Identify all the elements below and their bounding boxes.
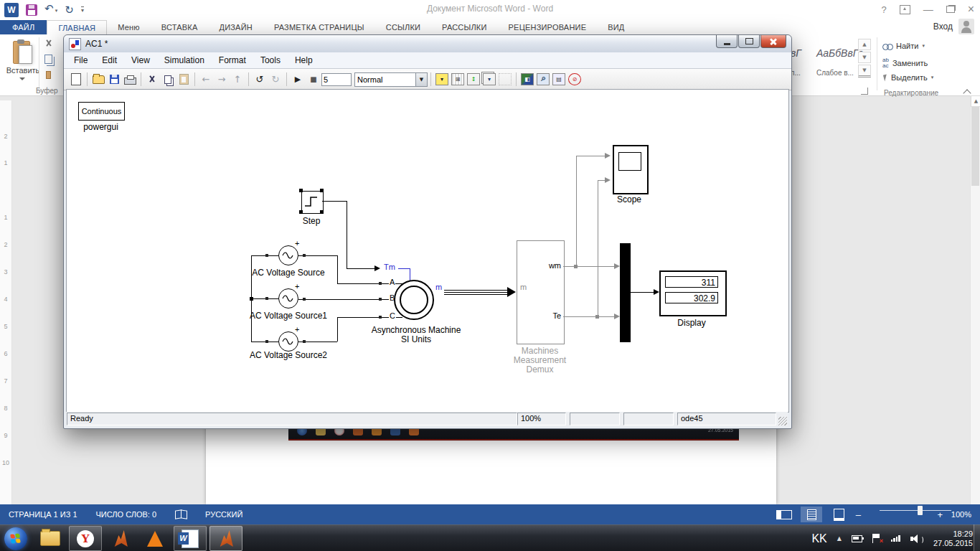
simulink-canvas[interactable]: Continuous powergui Step xyxy=(66,89,789,413)
sign-in[interactable]: Вход xyxy=(933,19,974,34)
action-center-flag-icon[interactable]: × xyxy=(872,534,881,543)
volume-icon[interactable] xyxy=(910,534,923,544)
help-icon[interactable]: ? xyxy=(881,4,886,15)
tab-menu[interactable]: Меню xyxy=(107,20,151,34)
simulink-close-button[interactable] xyxy=(760,35,786,48)
simulation-stop-time-input[interactable] xyxy=(321,73,352,86)
wire[interactable] xyxy=(347,268,374,269)
wire[interactable] xyxy=(576,156,605,156)
wire[interactable] xyxy=(251,298,278,299)
scope-block[interactable] xyxy=(613,145,649,194)
show-desktop-button[interactable] xyxy=(974,524,980,551)
selection-handle[interactable] xyxy=(299,210,303,214)
taskbar-matlab-button[interactable] xyxy=(105,527,136,550)
zoom-in-icon[interactable]: + xyxy=(937,509,943,520)
tab-references[interactable]: ССЫЛКИ xyxy=(375,20,431,34)
simulink-window[interactable]: AC1 * File Edit View Simulation Format T… xyxy=(63,34,792,429)
display-block[interactable]: 311 302.9 xyxy=(659,270,727,316)
save-icon[interactable] xyxy=(107,72,121,87)
scope-label[interactable]: Scope xyxy=(604,194,654,204)
wire[interactable] xyxy=(337,317,379,318)
print-layout-icon[interactable] xyxy=(801,507,822,522)
menu-format[interactable]: Format xyxy=(212,54,253,67)
machines-measurement-demux-block[interactable] xyxy=(517,240,565,344)
style-caption-subtle[interactable]: Слабое в... xyxy=(816,69,854,77)
word-app-icon[interactable]: W xyxy=(4,3,19,17)
menu-file[interactable]: File xyxy=(67,54,95,67)
disable-links-icon[interactable]: ⊘ xyxy=(567,72,582,87)
go-up-icon[interactable]: ↑ xyxy=(230,72,245,87)
powergui-label[interactable]: powergui xyxy=(67,122,135,132)
machine-label-line2[interactable]: SI Units xyxy=(352,334,481,344)
simulation-mode-select[interactable]: Normal ▼ xyxy=(354,72,428,87)
layers-icon[interactable]: ▾ xyxy=(482,72,496,87)
close-icon[interactable]: × xyxy=(968,3,974,16)
copy-icon[interactable] xyxy=(44,55,52,64)
wire[interactable] xyxy=(598,180,605,181)
scroll-up-icon[interactable]: ▲ xyxy=(971,95,980,107)
zoom-slider-thumb[interactable] xyxy=(918,506,923,515)
minimize-icon[interactable]: — xyxy=(923,4,933,15)
word-scrollbar[interactable]: ▲ xyxy=(970,95,980,504)
stop-simulation-icon[interactable]: ■ xyxy=(306,72,321,87)
debug-icon[interactable]: ◧ xyxy=(520,72,534,87)
simulink-maximize-button[interactable] xyxy=(738,35,760,48)
paste-dropdown-icon[interactable] xyxy=(19,77,25,80)
demux-label-line3[interactable]: Demux xyxy=(506,364,574,375)
start-simulation-icon[interactable]: ▶ xyxy=(291,72,305,87)
port[interactable] xyxy=(265,254,268,257)
restore-icon[interactable] xyxy=(946,6,955,13)
status-page-count[interactable]: СТРАНИЦА 1 ИЗ 1 xyxy=(9,510,77,519)
styles-gallery-up-icon[interactable]: ▲ xyxy=(858,39,871,50)
cut-icon[interactable] xyxy=(145,72,159,87)
wire[interactable] xyxy=(576,156,577,267)
web-layout-icon[interactable] xyxy=(828,507,849,522)
clock[interactable]: 18:29 27.05.2015 xyxy=(933,529,973,548)
status-language[interactable]: РУССКИЙ xyxy=(205,510,242,519)
ribbon-display-options-icon[interactable] xyxy=(900,5,910,14)
styles-gallery-more-icon[interactable]: ▼ xyxy=(858,65,871,77)
wire[interactable] xyxy=(444,294,507,295)
cut-icon[interactable] xyxy=(44,39,53,48)
wire[interactable] xyxy=(563,266,618,267)
ac-voltage-source1-block[interactable] xyxy=(278,288,298,309)
tab-home[interactable]: ГЛАВНАЯ xyxy=(47,20,107,34)
style-preview-partial[interactable]: вГ xyxy=(791,47,801,59)
battery-icon[interactable] xyxy=(852,535,862,542)
menu-tools[interactable]: Tools xyxy=(253,54,288,67)
selection-handle[interactable] xyxy=(299,189,303,192)
undo-icon[interactable]: ↺ xyxy=(253,72,267,87)
tab-file[interactable]: ФАЙЛ xyxy=(0,20,47,34)
simulink-minimize-button[interactable] xyxy=(716,35,738,48)
machine-label-line1[interactable]: Asynchronous Machine xyxy=(352,325,481,335)
taskbar-yandex-button[interactable]: Y xyxy=(69,526,102,551)
zoom-out-icon[interactable]: – xyxy=(856,509,861,520)
redo-icon[interactable]: ↻ xyxy=(65,5,74,16)
wire[interactable] xyxy=(251,255,278,256)
port[interactable] xyxy=(265,297,268,300)
port[interactable] xyxy=(303,254,306,257)
wire[interactable] xyxy=(322,201,347,202)
update-diagram-icon[interactable]: ↕ xyxy=(466,72,481,87)
sign-in-label[interactable]: Вход xyxy=(933,22,953,32)
port[interactable] xyxy=(303,298,306,301)
save-icon[interactable] xyxy=(26,4,37,16)
ac-voltage-source-block[interactable] xyxy=(278,245,298,265)
model-explorer-icon[interactable]: 🔎︎ xyxy=(536,72,550,87)
go-forward-icon[interactable]: → xyxy=(215,72,229,87)
tab-design[interactable]: ДИЗАЙН xyxy=(209,20,263,34)
powergui-block[interactable]: Continuous xyxy=(78,102,125,121)
tab-page-layout[interactable]: РАЗМЕТКА СТРАНИЦЫ xyxy=(263,20,375,34)
taskbar-explorer-button[interactable] xyxy=(34,527,66,550)
paste-button[interactable] xyxy=(13,39,33,64)
step-label[interactable]: Step xyxy=(291,216,332,226)
menu-view[interactable]: View xyxy=(124,54,157,67)
menu-edit[interactable]: Edit xyxy=(95,54,124,67)
language-indicator[interactable]: KK xyxy=(811,532,826,545)
mux-block[interactable] xyxy=(620,243,631,342)
build-icon[interactable]: ▾ xyxy=(435,72,449,87)
scrollbar-thumb[interactable] xyxy=(971,107,979,186)
ac-voltage-source-label[interactable]: AC Voltage Source xyxy=(227,268,349,278)
start-button[interactable] xyxy=(4,527,27,550)
find-button[interactable]: Найти ▾ xyxy=(882,42,925,50)
